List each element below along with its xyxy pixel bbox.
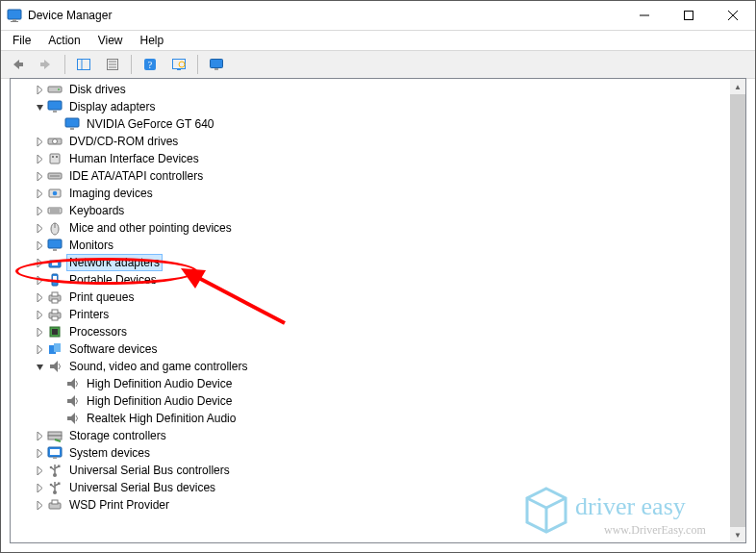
svg-rect-77 xyxy=(58,483,61,486)
tree-row[interactable]: Realtek High Definition Audio xyxy=(11,410,730,427)
expand-icon[interactable] xyxy=(32,134,47,149)
collapse-icon[interactable] xyxy=(32,359,47,374)
tree-row[interactable]: Keyboards xyxy=(11,202,730,219)
expand-icon[interactable] xyxy=(32,428,47,443)
tree-row[interactable]: Disk drives xyxy=(11,81,730,98)
tree-row[interactable]: System devices xyxy=(11,444,730,462)
svg-marker-59 xyxy=(67,413,75,424)
svg-rect-35 xyxy=(48,208,62,214)
expand-icon[interactable] xyxy=(32,255,47,270)
svg-rect-51 xyxy=(52,316,58,320)
menu-file[interactable]: File xyxy=(5,32,38,49)
tree-row[interactable]: Printers xyxy=(11,306,730,323)
expand-icon[interactable] xyxy=(32,272,47,288)
tree-row[interactable]: Monitors xyxy=(11,237,730,254)
expand-icon[interactable] xyxy=(32,168,47,184)
ide-icon xyxy=(47,168,63,184)
cpu-icon xyxy=(47,324,63,339)
scroll-thumb[interactable] xyxy=(730,94,745,527)
tree-row[interactable]: IDE ATA/ATAPI controllers xyxy=(11,167,730,185)
tree-row[interactable]: Universal Serial Bus controllers xyxy=(11,462,730,479)
toolbar-properties-button[interactable] xyxy=(100,52,125,77)
toolbar-forward-button[interactable] xyxy=(34,52,59,77)
tree-row[interactable]: Portable Devices xyxy=(11,271,730,289)
svg-rect-28 xyxy=(50,154,60,163)
menu-action[interactable]: Action xyxy=(40,32,88,49)
portable-icon xyxy=(47,272,63,288)
tree-row[interactable]: DVD/CD-ROM drives xyxy=(11,133,730,150)
tree-row[interactable]: Display adapters xyxy=(11,98,730,115)
expand-icon[interactable] xyxy=(32,220,47,236)
window-title: Device Manager xyxy=(28,9,622,22)
menu-view[interactable]: View xyxy=(90,32,131,49)
expand-icon[interactable] xyxy=(32,497,47,513)
maximize-button[interactable] xyxy=(667,1,711,30)
tree-row[interactable]: WSD Print Provider xyxy=(11,496,730,514)
tree-row[interactable]: NVIDIA GeForce GT 640 xyxy=(11,115,730,133)
expand-icon[interactable] xyxy=(32,307,47,322)
expand-icon[interactable] xyxy=(32,289,47,305)
svg-rect-30 xyxy=(56,156,58,158)
expand-icon[interactable] xyxy=(32,480,47,495)
expand-icon[interactable] xyxy=(32,463,47,478)
expand-icon[interactable] xyxy=(32,445,47,461)
vertical-scrollbar[interactable]: ▲ ▼ xyxy=(730,79,745,542)
svg-rect-60 xyxy=(48,432,62,436)
expand-icon[interactable] xyxy=(32,324,47,339)
content-area: Disk drivesDisplay adaptersNVIDIA GeForc… xyxy=(2,78,754,551)
device-tree[interactable]: Disk drivesDisplay adaptersNVIDIA GeForc… xyxy=(11,79,730,542)
collapse-icon[interactable] xyxy=(32,99,47,114)
device-manager-window: Device Manager File Action View Help xyxy=(0,0,756,553)
tree-row[interactable]: Network adapters xyxy=(11,254,730,271)
minimize-button[interactable] xyxy=(622,1,667,30)
tree-item-label: NVIDIA GeForce GT 640 xyxy=(84,115,217,133)
tree-row[interactable]: Sound, video and game controllers xyxy=(11,358,730,375)
toolbar-scan-hardware-button[interactable] xyxy=(166,52,191,77)
display-icon xyxy=(64,116,80,132)
toolbar-separator xyxy=(131,55,132,74)
svg-rect-65 xyxy=(53,457,57,459)
svg-rect-47 xyxy=(52,292,58,296)
tree-row[interactable]: Universal Serial Bus devices xyxy=(11,479,730,496)
display-icon xyxy=(47,99,63,114)
imaging-icon xyxy=(47,186,63,201)
expand-icon[interactable] xyxy=(32,186,47,201)
expand-icon[interactable] xyxy=(32,151,47,166)
tree-item-label: Storage controllers xyxy=(66,427,169,444)
toolbar-back-button[interactable] xyxy=(5,52,30,77)
expand-icon[interactable] xyxy=(32,341,47,357)
tree-row[interactable]: Print queues xyxy=(11,289,730,306)
mouse-icon xyxy=(47,220,63,236)
toolbar-help-button[interactable]: ? xyxy=(138,52,163,77)
toolbar-monitor-button[interactable] xyxy=(204,52,229,77)
svg-rect-18 xyxy=(211,60,223,68)
tree-row[interactable]: Human Interface Devices xyxy=(11,150,730,167)
system-icon xyxy=(47,445,63,461)
expand-icon[interactable] xyxy=(32,238,47,253)
tree-row[interactable]: Software devices xyxy=(11,340,730,358)
tree-row[interactable]: Mice and other pointing devices xyxy=(11,219,730,237)
svg-rect-19 xyxy=(214,68,218,70)
tree-row[interactable]: Imaging devices xyxy=(11,185,730,202)
close-button[interactable] xyxy=(711,1,755,30)
tree-row[interactable]: Processors xyxy=(11,323,730,340)
tree-item-label: Sound, video and game controllers xyxy=(66,358,250,375)
toolbar-show-hide-tree-button[interactable] xyxy=(71,52,96,77)
scroll-up-button[interactable]: ▲ xyxy=(730,79,745,94)
expand-icon[interactable] xyxy=(32,82,47,97)
tree-row[interactable]: High Definition Audio Device xyxy=(11,375,730,392)
toolbar-separator xyxy=(64,55,65,74)
wsd-icon xyxy=(47,497,63,513)
titlebar: Device Manager xyxy=(1,1,755,31)
expand-icon[interactable] xyxy=(32,203,47,218)
scroll-down-button[interactable]: ▼ xyxy=(730,527,745,542)
svg-rect-1 xyxy=(13,19,16,21)
tree-row[interactable]: High Definition Audio Device xyxy=(11,392,730,410)
tree-item-label: Imaging devices xyxy=(66,185,156,202)
network-icon xyxy=(47,255,63,270)
monitor-icon xyxy=(47,238,63,253)
scroll-track[interactable] xyxy=(730,94,745,527)
tree-item-label: High Definition Audio Device xyxy=(84,392,235,410)
tree-row[interactable]: Storage controllers xyxy=(11,427,730,444)
menu-help[interactable]: Help xyxy=(133,32,172,49)
